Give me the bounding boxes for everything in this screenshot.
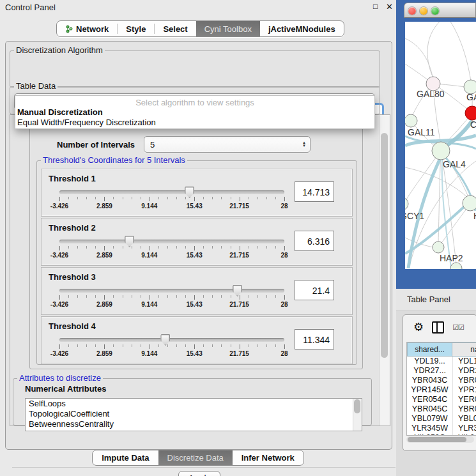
threshold-value-field[interactable]: 21.4 [295, 280, 334, 300]
column-header-shared-[interactable]: shared... [407, 342, 452, 357]
attribute-item[interactable]: BetweennessCentrality [26, 419, 362, 429]
zoom-traffic-light-icon[interactable] [431, 7, 439, 15]
threshold-slider[interactable] [59, 284, 284, 301]
table-cell[interactable]: YLR3 [452, 424, 476, 433]
table-row[interactable]: YDR27...YDR2 [407, 366, 476, 376]
network-node-c[interactable] [465, 106, 476, 120]
minimize-traffic-light-icon[interactable] [420, 7, 427, 15]
attributes-list-scrollbar[interactable] [353, 399, 362, 431]
threshold-value-field[interactable]: 11.344 [295, 329, 334, 349]
table-row[interactable]: YBR043CYBR0 [407, 376, 476, 385]
table-scrollbar-thumb[interactable] [408, 437, 466, 442]
table-cell[interactable]: YBR043C [407, 376, 452, 385]
network-edge [405, 64, 429, 81]
table-cell[interactable]: YBR0 [452, 404, 476, 414]
attribute-item[interactable]: TopologicalCoefficient [26, 409, 362, 419]
apply-strip: Apply [12, 467, 395, 476]
table-cell[interactable]: YDR2 [452, 366, 476, 376]
table-cell[interactable]: YIL052C [407, 433, 452, 436]
tab-network[interactable]: Network [57, 21, 117, 36]
table-row[interactable]: YIL052CYIL0 [407, 433, 476, 436]
threshold-value-field[interactable]: 6.316 [295, 231, 334, 251]
tab-cyni-toolbox[interactable]: Cyni Toolbox [196, 21, 260, 36]
attributes-scrollbar-thumb[interactable] [354, 399, 360, 413]
slider-track[interactable] [59, 190, 284, 194]
bottom-tab-impute-data[interactable]: Impute Data [93, 450, 158, 465]
table-row[interactable]: YPR145WYPR1 [407, 385, 476, 395]
checkboxes-icon[interactable]: ☑☑ [452, 323, 464, 332]
table-cell[interactable]: YBL0 [452, 414, 476, 424]
bottom-tabs-segmented: Impute DataDiscretize DataInfer Network [92, 450, 304, 466]
bottom-tab-infer-network[interactable]: Infer Network [233, 450, 303, 465]
bottom-tab-bar: Impute DataDiscretize DataInfer Network [0, 450, 396, 466]
network-node-gal4[interactable] [432, 142, 450, 160]
network-node-hap2[interactable] [433, 242, 444, 253]
number-of-intervals-combobox[interactable]: 5 ▲▼ [144, 136, 311, 153]
column-header-na[interactable]: na [452, 342, 476, 357]
table-cell[interactable]: YDL19... [407, 357, 452, 366]
table-cell[interactable]: YER054C [407, 395, 452, 404]
bottom-tab-discretize-data[interactable]: Discretize Data [158, 450, 233, 465]
table-cell[interactable]: YLR345W [407, 424, 452, 433]
gear-icon[interactable]: ⚙ [413, 321, 424, 333]
tab-jactivemnodules[interactable]: jActiveMNodules [260, 21, 344, 36]
dropdown-placeholder: Select algorithm to view settings [15, 98, 374, 107]
table-cell[interactable]: YBL079W [407, 414, 452, 424]
region-vertical-scrollbar[interactable] [379, 115, 390, 426]
table-row[interactable]: YBR045CYBR0 [407, 404, 476, 414]
table-row[interactable]: YBL079WYBL0 [407, 414, 476, 424]
table-cell[interactable]: YPR145W [407, 385, 452, 395]
numerical-attributes-list[interactable]: SelfLoopsTopologicalCoefficientBetweenne… [25, 398, 362, 431]
attribute-items: SelfLoopsTopologicalCoefficientBetweenne… [26, 399, 362, 429]
slider-track[interactable] [59, 240, 284, 243]
table-cell[interactable]: YDL1 [452, 357, 476, 366]
network-view-canvas[interactable]: GAL80GACGAL11GAL4GCY1HHAP2 [405, 22, 476, 269]
threshold-slider[interactable] [59, 334, 284, 350]
table-cell[interactable]: YPR1 [452, 385, 476, 395]
table-cell[interactable]: YIL0 [452, 433, 476, 436]
float-window-icon[interactable]: □ [373, 2, 378, 11]
network-window-titlebar[interactable] [404, 3, 476, 18]
slider-ticks [59, 344, 284, 349]
node-table[interactable]: shared...naYDL19...YDL1YDR27...YDR2YBR04… [406, 342, 476, 436]
threshold-label: Threshold 2 [49, 223, 96, 233]
table-row[interactable]: YLR345WYLR3 [407, 424, 476, 433]
network-node-label: C [470, 119, 476, 130]
threshold-slider[interactable] [59, 235, 284, 252]
top-tab-bar: NetworkStyleSelectCyni ToolboxjActiveMNo… [56, 20, 344, 37]
table-horizontal-scrollbar[interactable] [406, 436, 474, 443]
table-cell[interactable]: YBR045C [407, 404, 452, 414]
apply-button[interactable]: Apply [178, 471, 220, 476]
network-node-gcy1[interactable] [405, 197, 408, 210]
table-cell[interactable]: YDR27... [407, 366, 452, 376]
slider-track[interactable] [59, 289, 284, 293]
threshold-value-field[interactable]: 14.713 [295, 181, 334, 202]
table-row[interactable]: YDL19...YDL1 [407, 357, 476, 366]
dropdown-option-manual-discretization[interactable]: Manual Discretization [17, 107, 103, 117]
table-header-row: shared...na [407, 342, 476, 357]
network-node-gal11[interactable] [405, 114, 417, 127]
thresholds-group: Threshold's Coordinates for 5 Intervals … [36, 160, 357, 365]
attribute-item[interactable]: SelfLoops [26, 399, 362, 409]
thresholds-group-label: Threshold's Coordinates for 5 Intervals [41, 156, 187, 165]
network-edge [442, 160, 451, 268]
table-toolbar: ⚙ ☑☑ [403, 315, 476, 339]
table-cell[interactable]: YBR0 [452, 376, 476, 385]
tab-select[interactable]: Select [155, 21, 196, 36]
region-scrollbar-thumb[interactable] [381, 133, 388, 358]
dropdown-option-equal-width-frequency[interactable]: Equal Width/Frequency Discretization [17, 118, 156, 127]
number-of-intervals-value: 5 [150, 140, 155, 150]
tab-style[interactable]: Style [118, 21, 154, 36]
table-row[interactable]: YER054CYER0 [407, 395, 476, 404]
table-cell[interactable]: YER0 [452, 395, 476, 404]
network-node-h[interactable] [463, 196, 476, 211]
slider-track[interactable] [59, 338, 284, 342]
algorithm-dropdown-popup: Select algorithm to view settings Manual… [15, 95, 375, 129]
tab-label: Select [163, 24, 187, 34]
close-traffic-light-icon[interactable] [408, 7, 416, 15]
close-panel-icon[interactable]: ✕ [386, 2, 393, 12]
application-root: Control Panel □ ✕ NetworkStyleSelectCyni… [0, 0, 476, 476]
network-node[interactable] [450, 263, 462, 269]
threshold-slider[interactable] [59, 186, 284, 203]
split-columns-icon[interactable] [432, 321, 444, 334]
